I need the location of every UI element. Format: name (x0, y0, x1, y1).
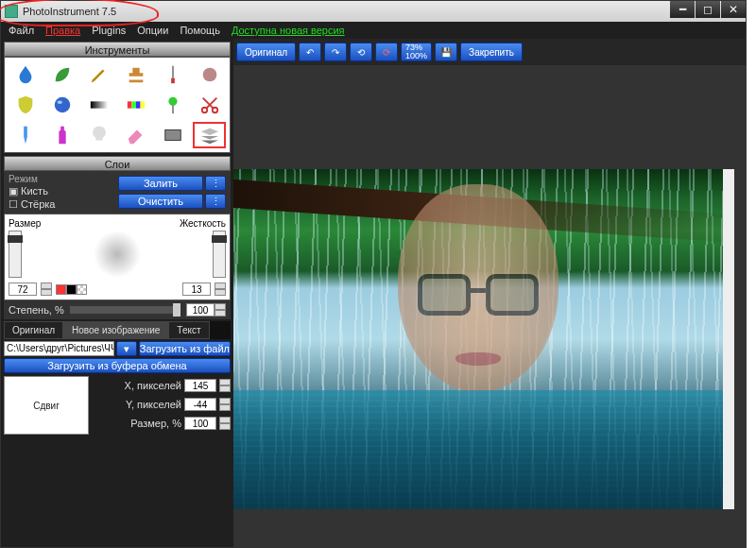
svg-rect-5 (131, 101, 136, 108)
mode-eraser-radio[interactable]: ☐ Стёрка (9, 197, 55, 211)
tool-scissors[interactable] (193, 92, 226, 118)
tool-leaf[interactable] (45, 61, 78, 88)
pin-button[interactable]: Закрепить (460, 43, 523, 61)
hardness-label: Жесткость (180, 218, 226, 229)
degree-slider[interactable] (70, 306, 180, 314)
file-dropdown-button[interactable]: ▾ (116, 341, 137, 356)
hardness-input[interactable] (182, 283, 211, 296)
size-spinner[interactable] (41, 283, 52, 296)
svg-rect-3 (90, 101, 107, 108)
menu-edit[interactable]: Правка (45, 25, 80, 36)
close-button[interactable]: ✕ (721, 1, 746, 18)
color-swatches[interactable] (56, 284, 87, 295)
size-label: Размер (9, 218, 41, 229)
rotate-right-button[interactable]: ⟳ (375, 43, 398, 61)
original-button[interactable]: Оригинал (236, 43, 296, 61)
svg-point-2 (57, 100, 62, 104)
clear-options-button[interactable]: ⋮ (205, 194, 226, 209)
size-slider[interactable] (9, 231, 22, 278)
load-file-button[interactable]: Загрузить из файл (139, 341, 231, 356)
tool-marker[interactable] (9, 122, 42, 148)
mode-label: Режим (9, 174, 55, 184)
mode-brush-radio[interactable]: ▣ Кисть (9, 184, 55, 197)
tool-shield[interactable] (9, 92, 42, 118)
hardness-slider[interactable] (213, 231, 226, 278)
app-icon (5, 5, 18, 18)
tool-sphere[interactable] (45, 92, 78, 118)
size-pct-label: Размер, % (130, 418, 181, 429)
brush-preview (22, 231, 213, 278)
tool-gradient-bw[interactable] (82, 92, 115, 118)
sidebar: Инструменты (1, 39, 233, 547)
minimize-button[interactable]: ━ (670, 1, 695, 18)
fill-button[interactable]: Залить (118, 176, 203, 191)
menu-help[interactable]: Помощь (180, 25, 220, 36)
svg-point-0 (202, 68, 216, 82)
degree-label: Степень, % (9, 304, 64, 316)
tool-brush[interactable] (156, 61, 189, 88)
degree-spinner[interactable] (215, 303, 226, 317)
load-clipboard-button[interactable]: Загрузить из буфера обмена (4, 358, 231, 373)
y-label: Y, пикселей (126, 399, 181, 410)
tab-new-image[interactable]: Новое изображение (63, 321, 168, 339)
tool-bulb[interactable] (82, 122, 115, 148)
redo-button[interactable]: ↷ (324, 43, 347, 61)
tool-pin[interactable] (156, 92, 189, 118)
degree-input[interactable] (186, 303, 215, 317)
layers-panel-title: Слои (4, 156, 231, 171)
y-spinner[interactable] (219, 398, 231, 411)
tools-panel-title: Инструменты (4, 42, 231, 57)
size-pct-input[interactable] (184, 417, 216, 430)
clear-button[interactable]: Очистить (118, 194, 203, 209)
tool-pattern[interactable] (156, 122, 189, 148)
tool-bottle[interactable] (45, 122, 78, 148)
file-path-input[interactable]: C:\Users\друг\Pictures\ЧЧЧ.P (4, 341, 114, 356)
x-input[interactable] (184, 379, 216, 392)
shift-preview[interactable]: Сдвиг (4, 376, 89, 435)
rotate-left-button[interactable]: ⟲ (350, 43, 372, 61)
menu-plugins[interactable]: Plugins (92, 25, 126, 36)
svg-rect-6 (136, 101, 141, 108)
menubar: Файл Правка Plugins Опции Помощь Доступн… (1, 22, 746, 39)
svg-rect-4 (127, 101, 131, 108)
save-button[interactable]: 💾 (435, 43, 457, 61)
tab-text[interactable]: Текст (168, 321, 209, 339)
menu-options[interactable]: Опции (137, 25, 168, 36)
app-title: PhotoInstrument 7.5 (23, 6, 116, 17)
x-label: X, пикселей (125, 380, 181, 391)
zoom-indicator[interactable]: 73% 100% (401, 43, 432, 61)
size-input[interactable] (9, 283, 37, 296)
menu-file[interactable]: Файл (9, 25, 34, 36)
y-input[interactable] (184, 398, 216, 411)
tool-drop[interactable] (9, 61, 42, 88)
tool-smudge[interactable] (193, 61, 226, 88)
menu-update-link[interactable]: Доступна новая версия (232, 25, 345, 36)
canvas-area: Оригинал ↶ ↷ ⟲ ⟳ 73% 100% 💾 Закрепить (233, 39, 746, 547)
tool-layers[interactable] (193, 122, 226, 148)
tool-eraser[interactable] (119, 122, 152, 148)
undo-button[interactable]: ↶ (299, 43, 321, 61)
top-toolbar: Оригинал ↶ ↷ ⟲ ⟳ 73% 100% 💾 Закрепить (233, 39, 746, 65)
titlebar[interactable]: PhotoInstrument 7.5 ━ ◻ ✕ (1, 1, 746, 22)
tools-palette (4, 57, 231, 153)
tool-stamp[interactable] (119, 61, 152, 88)
fill-options-button[interactable]: ⋮ (205, 176, 226, 191)
svg-rect-11 (164, 130, 180, 141)
size-pct-spinner[interactable] (219, 417, 231, 430)
viewport[interactable] (233, 65, 746, 547)
svg-point-8 (168, 97, 177, 106)
maximize-button[interactable]: ◻ (696, 1, 720, 18)
svg-rect-7 (140, 101, 145, 108)
x-spinner[interactable] (219, 379, 231, 392)
svg-point-1 (54, 97, 70, 113)
app-window: PhotoInstrument 7.5 ━ ◻ ✕ Файл Правка Pl… (0, 0, 747, 548)
canvas-image[interactable] (233, 169, 734, 509)
image-face-overlay (374, 184, 582, 439)
tool-gradient-color[interactable] (119, 92, 152, 118)
hardness-spinner[interactable] (215, 283, 226, 296)
tool-pencil[interactable] (82, 61, 115, 88)
tab-original[interactable]: Оригинал (4, 321, 63, 339)
